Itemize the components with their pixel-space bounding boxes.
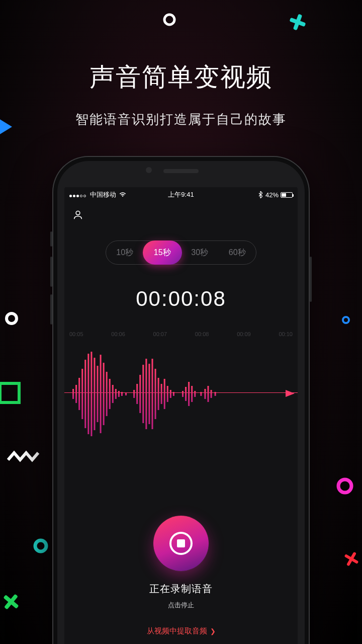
record-stop-button[interactable] [153, 516, 209, 571]
svg-rect-22 [97, 366, 98, 422]
chevron-right-icon: ❯ [210, 627, 216, 635]
svg-rect-26 [109, 379, 111, 409]
svg-rect-42 [164, 379, 165, 409]
svg-rect-32 [133, 390, 135, 398]
svg-rect-44 [170, 390, 171, 398]
bluetooth-icon [258, 191, 262, 198]
stop-icon [169, 532, 193, 555]
svg-rect-41 [161, 384, 162, 404]
svg-rect-16 [78, 378, 80, 410]
svg-rect-39 [155, 369, 156, 419]
duration-option-10s[interactable]: 10秒 [106, 248, 144, 258]
app-screen: 中国移动 上午9:41 42% 10秒 15秒 30秒 60秒 00:00:08 [64, 187, 298, 644]
svg-rect-9 [344, 554, 359, 564]
phone-side-button [50, 257, 52, 287]
svg-rect-17 [81, 369, 83, 419]
svg-rect-12 [3, 595, 19, 609]
svg-point-13 [76, 211, 80, 215]
waveform-area: 00:05 00:06 00:07 00:08 00:09 00:10 [64, 331, 298, 442]
carrier-label: 中国移动 [90, 190, 116, 199]
wifi-icon [119, 192, 126, 197]
tick-label: 00:08 [195, 331, 209, 337]
svg-rect-53 [207, 386, 209, 402]
svg-point-4 [7, 313, 17, 324]
duration-option-15s[interactable]: 15秒 [144, 248, 182, 258]
svg-rect-20 [90, 352, 92, 436]
deco-plus-green-icon [0, 588, 25, 616]
deco-ring-magenta-icon [335, 476, 355, 496]
extract-audio-link[interactable]: 从视频中提取音频 ❯ [147, 626, 216, 636]
svg-rect-34 [139, 375, 141, 413]
svg-rect-15 [75, 385, 77, 403]
timeline-ticks: 00:05 00:06 00:07 00:08 00:09 00:10 [64, 331, 298, 337]
phone-side-button [50, 294, 52, 325]
svg-rect-19 [87, 354, 89, 434]
signal-dots-icon [69, 191, 87, 199]
svg-rect-31 [125, 392, 127, 395]
svg-rect-50 [194, 391, 196, 397]
svg-rect-27 [112, 385, 114, 403]
svg-rect-48 [188, 382, 190, 406]
svg-rect-45 [173, 392, 174, 396]
phone-side-button [50, 231, 52, 247]
status-bar: 中国移动 上午9:41 42% [64, 187, 298, 202]
playhead-arrow-icon [286, 390, 295, 399]
tick-label: 00:05 [69, 331, 83, 337]
svg-rect-23 [100, 355, 102, 433]
svg-rect-43 [167, 386, 168, 402]
svg-rect-8 [346, 552, 356, 567]
deco-ring-top-icon [162, 12, 177, 27]
deco-ring-blue-icon [341, 315, 351, 325]
duration-option-30s[interactable]: 30秒 [181, 248, 219, 258]
svg-rect-24 [103, 363, 105, 425]
svg-rect-47 [185, 387, 187, 401]
tick-label: 00:09 [237, 331, 251, 337]
svg-rect-37 [148, 364, 150, 424]
svg-point-6 [343, 317, 349, 323]
profile-icon[interactable] [72, 209, 83, 220]
svg-rect-51 [200, 392, 202, 396]
svg-rect-2 [290, 18, 306, 27]
extract-audio-label: 从视频中提取音频 [147, 626, 207, 636]
svg-rect-55 [215, 392, 216, 396]
tick-label: 00:07 [153, 331, 167, 337]
svg-rect-54 [211, 390, 212, 398]
svg-rect-21 [94, 358, 95, 430]
deco-zigzag-icon [7, 450, 42, 465]
svg-rect-25 [106, 372, 108, 416]
duration-option-60s[interactable]: 60秒 [219, 248, 256, 258]
waveform-icon [69, 346, 293, 442]
svg-rect-30 [121, 392, 123, 396]
duration-selector: 10秒 15秒 30秒 60秒 [106, 240, 256, 265]
svg-rect-38 [151, 359, 153, 429]
svg-point-10 [35, 540, 46, 551]
svg-rect-28 [115, 389, 117, 399]
record-controls: 正在录制语音 点击停止 [64, 516, 298, 610]
hero-title: 声音简单变视频 [0, 60, 362, 94]
svg-point-0 [164, 15, 174, 25]
top-bar [64, 202, 298, 222]
svg-rect-11 [4, 594, 18, 609]
svg-rect-29 [118, 391, 120, 397]
svg-rect-52 [204, 389, 206, 399]
svg-rect-14 [72, 389, 74, 399]
deco-plus-teal-icon [288, 12, 308, 32]
deco-ring-teal-bl-icon [32, 537, 49, 554]
svg-rect-5 [0, 383, 19, 403]
battery-pct: 42% [265, 191, 279, 199]
status-time: 上午9:41 [168, 190, 194, 199]
deco-w-icon [4, 311, 19, 326]
svg-rect-33 [136, 384, 138, 404]
battery-icon [281, 192, 293, 198]
svg-rect-36 [145, 359, 147, 429]
recording-timer: 00:00:08 [64, 287, 298, 311]
hero-subtitle: 智能语音识别打造属于自己的故事 [0, 111, 362, 128]
svg-rect-35 [142, 365, 144, 423]
deco-square-green-icon [0, 380, 22, 406]
svg-rect-40 [158, 378, 159, 410]
svg-rect-46 [182, 391, 184, 397]
svg-point-7 [338, 479, 351, 493]
recording-state-label: 正在录制语音 [64, 582, 298, 596]
svg-rect-18 [84, 360, 86, 428]
phone-mockup: 中国移动 上午9:41 42% 10秒 15秒 30秒 60秒 00:00:08 [52, 156, 310, 644]
